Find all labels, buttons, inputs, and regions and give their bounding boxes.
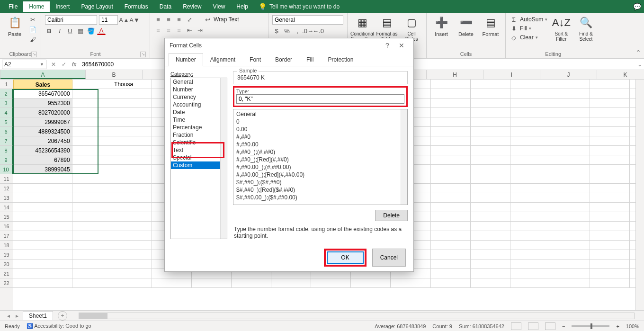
cell[interactable] xyxy=(112,89,152,98)
cell[interactable] xyxy=(112,203,152,212)
cell[interactable] xyxy=(550,212,590,222)
cell[interactable] xyxy=(112,165,152,174)
row-header[interactable]: 13 xyxy=(0,193,13,203)
sheet-nav-buttons[interactable]: ◂▸ xyxy=(5,313,21,319)
align-center-icon[interactable]: ≡ xyxy=(164,26,173,34)
cell[interactable] xyxy=(590,98,630,108)
row-header[interactable]: 22 xyxy=(0,278,13,288)
cell[interactable] xyxy=(510,80,550,89)
cell[interactable] xyxy=(590,117,630,127)
cell[interactable]: 29999067 xyxy=(13,117,72,127)
cell[interactable] xyxy=(510,250,550,259)
cell[interactable] xyxy=(72,117,112,127)
cell[interactable] xyxy=(510,98,550,108)
cell[interactable] xyxy=(471,174,510,184)
cell[interactable] xyxy=(471,193,510,203)
cell[interactable]: 4889324500 xyxy=(13,127,72,136)
cell[interactable] xyxy=(590,80,630,89)
cell[interactable] xyxy=(590,259,630,269)
cell[interactable] xyxy=(112,174,152,184)
category-item[interactable]: Fraction xyxy=(171,131,227,139)
font-size-combo[interactable] xyxy=(99,15,118,25)
cell[interactable] xyxy=(72,146,112,155)
cell[interactable] xyxy=(431,108,471,117)
cell[interactable] xyxy=(13,203,72,212)
cell[interactable] xyxy=(72,108,112,117)
cell[interactable] xyxy=(72,250,112,259)
dialog-tab-alignment[interactable]: Alignment xyxy=(203,53,242,66)
row-header[interactable]: 18 xyxy=(0,241,13,250)
sheet-tab[interactable]: Sheet1 xyxy=(23,311,53,320)
cell[interactable] xyxy=(471,80,510,89)
cell[interactable] xyxy=(192,278,232,288)
cell[interactable] xyxy=(550,231,590,241)
cell[interactable] xyxy=(112,269,152,278)
cell[interactable] xyxy=(351,278,391,288)
increase-font-icon[interactable]: A▲ xyxy=(120,16,128,24)
cell[interactable] xyxy=(471,136,510,146)
cell[interactable] xyxy=(13,278,72,288)
row-header[interactable]: 1 xyxy=(0,80,13,89)
cell[interactable] xyxy=(550,136,590,146)
cell[interactable] xyxy=(590,165,630,174)
borders-icon[interactable]: ▦ xyxy=(76,27,85,35)
ok-button[interactable]: OK xyxy=(327,251,363,264)
cell[interactable] xyxy=(590,89,630,98)
cell[interactable] xyxy=(471,127,510,136)
cell[interactable] xyxy=(550,117,590,127)
cell[interactable] xyxy=(510,136,550,146)
cell[interactable] xyxy=(510,174,550,184)
row-header[interactable]: 21 xyxy=(0,269,13,278)
underline-icon[interactable]: U xyxy=(66,27,74,35)
format-item[interactable]: General xyxy=(233,110,407,118)
add-sheet-button[interactable]: + xyxy=(58,311,67,321)
zoom-slider[interactable] xyxy=(572,325,609,327)
chevron-down-icon[interactable]: ▼ xyxy=(40,62,44,67)
format-item[interactable]: #,##0_);[Red](#,##0) xyxy=(233,156,407,163)
autosum-button[interactable]: ΣAutoSum▾ xyxy=(510,15,547,24)
col-header[interactable]: K xyxy=(597,70,644,79)
cell[interactable] xyxy=(431,146,471,155)
cell[interactable] xyxy=(471,259,510,269)
cell[interactable] xyxy=(590,174,630,184)
cell[interactable] xyxy=(431,98,471,108)
tell-me-search[interactable]: 💡 Tell me what you want to do xyxy=(259,3,340,10)
category-item[interactable]: Date xyxy=(171,108,227,116)
cell[interactable] xyxy=(13,174,72,184)
fill-button[interactable]: ⬇Fill▾ xyxy=(510,24,547,33)
cell[interactable] xyxy=(590,146,630,155)
cell[interactable] xyxy=(510,269,550,278)
cell[interactable] xyxy=(72,278,112,288)
cell[interactable] xyxy=(112,250,152,259)
cell[interactable] xyxy=(510,259,550,269)
orientation-icon[interactable]: ⤢ xyxy=(185,15,194,24)
cut-icon[interactable]: ✂ xyxy=(28,15,37,24)
cell[interactable] xyxy=(550,89,590,98)
cell[interactable] xyxy=(72,98,112,108)
cell[interactable] xyxy=(431,89,471,98)
menu-tab-formulas[interactable]: Formulas xyxy=(119,1,154,12)
cell[interactable] xyxy=(72,89,112,98)
vertical-scrollbar[interactable] xyxy=(635,80,644,310)
cell[interactable] xyxy=(471,250,510,259)
align-left-icon[interactable]: ≡ xyxy=(154,26,162,34)
cell[interactable] xyxy=(13,259,72,269)
col-header[interactable]: A xyxy=(0,70,86,79)
cell[interactable] xyxy=(471,155,510,165)
cell[interactable] xyxy=(72,127,112,136)
cell[interactable] xyxy=(112,117,152,127)
cell[interactable] xyxy=(510,89,550,98)
cell[interactable] xyxy=(431,259,471,269)
cell[interactable] xyxy=(510,155,550,165)
dialog-launcher-icon[interactable]: ↘ xyxy=(140,52,146,57)
sort-filter-button[interactable]: A↓ZSort & Filter xyxy=(550,15,572,42)
cell[interactable] xyxy=(112,241,152,250)
insert-cells-button[interactable]: ➕Insert xyxy=(430,15,452,37)
decrease-decimal-icon[interactable]: ←.0 xyxy=(314,27,322,35)
cell[interactable] xyxy=(431,184,471,193)
category-item[interactable]: Percentage xyxy=(171,124,227,131)
row-header[interactable]: 2 xyxy=(0,89,13,98)
cell[interactable] xyxy=(471,278,510,288)
cell[interactable] xyxy=(590,212,630,222)
cell[interactable] xyxy=(431,80,471,89)
